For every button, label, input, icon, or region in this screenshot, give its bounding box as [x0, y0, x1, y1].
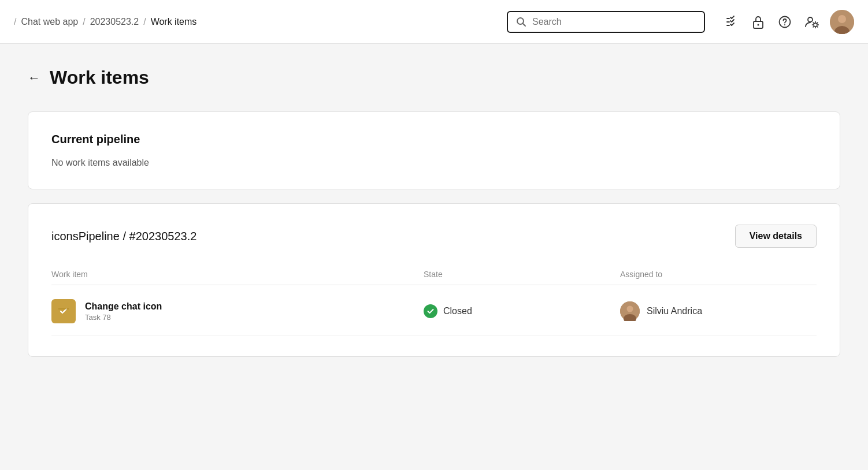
- header: / Chat web app / 20230523.2 / Work items: [0, 0, 868, 44]
- svg-point-6: [758, 24, 759, 25]
- lock-icon[interactable]: [750, 14, 766, 30]
- current-pipeline-title: Current pipeline: [51, 133, 817, 146]
- breadcrumb-chat-web-app[interactable]: Chat web app: [21, 17, 78, 27]
- icons-pipeline-card: iconsPipeline / #20230523.2 View details…: [28, 203, 840, 357]
- user-avatar[interactable]: [830, 10, 854, 34]
- user-settings-icon[interactable]: [803, 14, 819, 30]
- col-header-work-item: Work item: [51, 270, 424, 279]
- state-closed-icon: [424, 304, 437, 318]
- breadcrumb-sep-2: /: [143, 17, 146, 27]
- table-header: Work item State Assigned to: [51, 264, 817, 285]
- search-input[interactable]: [532, 17, 696, 27]
- back-button[interactable]: ←: [28, 70, 40, 85]
- state-cell: Closed: [424, 304, 620, 318]
- table-row[interactable]: Change chat icon Task 78 Closed: [51, 288, 817, 335]
- search-box[interactable]: [507, 11, 705, 33]
- assignee-avatar: [620, 301, 640, 321]
- work-item-info: Change chat icon Task 78: [85, 301, 162, 322]
- breadcrumb-work-items[interactable]: Work items: [151, 17, 197, 27]
- state-label: Closed: [443, 306, 472, 316]
- svg-line-1: [523, 23, 526, 26]
- page-header: ← Work items: [28, 67, 840, 88]
- svg-point-25: [627, 306, 633, 312]
- item-sub: Task 78: [85, 313, 162, 322]
- svg-point-20: [838, 15, 846, 23]
- checklist-icon[interactable]: [724, 14, 740, 30]
- svg-point-9: [808, 17, 813, 22]
- work-item-cell: Change chat icon Task 78: [51, 299, 424, 323]
- search-icon: [516, 17, 526, 27]
- svg-line-18: [813, 26, 814, 27]
- pipeline-header: iconsPipeline / #20230523.2 View details: [51, 225, 817, 248]
- breadcrumb-build-number[interactable]: 20230523.2: [90, 17, 139, 27]
- assignee-name: Silviu Andrica: [647, 306, 702, 316]
- header-actions: [724, 10, 854, 34]
- svg-line-17: [817, 23, 818, 23]
- svg-line-16: [817, 26, 818, 27]
- page-title: Work items: [50, 67, 149, 88]
- assigned-cell: Silviu Andrica: [620, 301, 817, 321]
- breadcrumb-sep-1: /: [83, 17, 85, 27]
- breadcrumb: / Chat web app / 20230523.2 / Work items: [14, 17, 502, 27]
- avatar-image: [830, 10, 854, 34]
- task-icon: [51, 299, 76, 323]
- item-name: Change chat icon: [85, 301, 162, 312]
- svg-point-10: [814, 23, 817, 27]
- col-header-assigned-to: Assigned to: [620, 270, 817, 279]
- view-details-button[interactable]: View details: [735, 225, 817, 248]
- svg-line-15: [813, 23, 814, 23]
- pipeline-title: iconsPipeline / #20230523.2: [51, 230, 196, 243]
- svg-point-8: [784, 24, 785, 25]
- breadcrumb-sep-0: /: [14, 17, 16, 27]
- current-pipeline-card: Current pipeline No work items available: [28, 111, 840, 189]
- col-header-state: State: [424, 270, 620, 279]
- current-pipeline-empty: No work items available: [51, 158, 817, 168]
- help-icon[interactable]: [777, 14, 793, 30]
- main-content: ← Work items Current pipeline No work it…: [0, 44, 868, 394]
